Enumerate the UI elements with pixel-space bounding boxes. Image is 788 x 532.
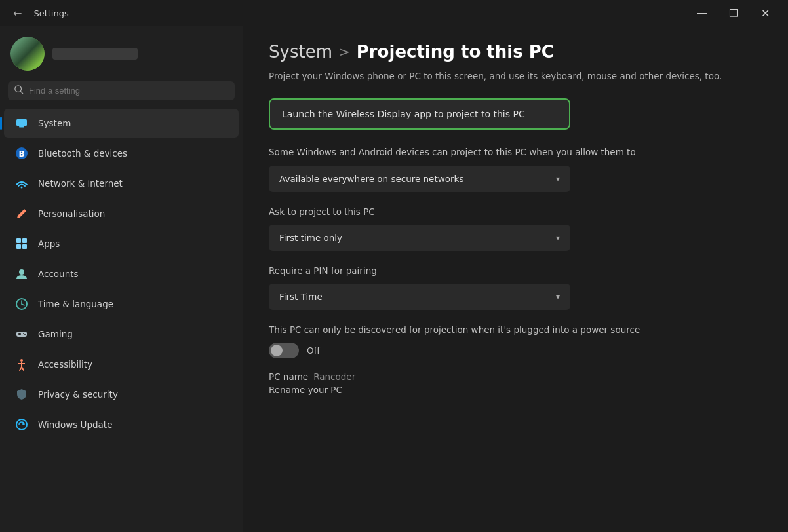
svg-rect-4 xyxy=(20,126,23,127)
svg-line-15 xyxy=(22,304,24,305)
discovery-toggle-row: Off xyxy=(269,343,762,358)
sidebar-item-gaming[interactable]: Gaming xyxy=(4,320,239,349)
pin-section-label: Require a PIN for pairing xyxy=(269,264,762,277)
svg-point-20 xyxy=(24,334,26,335)
app-body: System B Bluetooth & devices xyxy=(0,26,788,532)
allow-section-label: Some Windows and Android devices can pro… xyxy=(269,145,762,159)
bluetooth-icon: B xyxy=(14,146,29,161)
svg-text:B: B xyxy=(18,149,24,159)
maximize-button[interactable]: ❐ xyxy=(719,3,749,24)
discovery-toggle-label: Off xyxy=(307,345,320,356)
svg-rect-10 xyxy=(16,244,21,249)
sidebar-item-personalisation[interactable]: Personalisation xyxy=(4,199,239,228)
svg-line-25 xyxy=(22,367,24,370)
content-area: System > Projecting to this PC Project y… xyxy=(243,26,788,532)
svg-rect-16 xyxy=(16,332,27,337)
svg-point-12 xyxy=(19,269,24,275)
sidebar-label-bluetooth: Bluetooth & devices xyxy=(38,148,127,159)
ask-section: Ask to project to this PC First time onl… xyxy=(269,205,762,251)
ask-dropdown[interactable]: First time only ▾ xyxy=(269,225,570,251)
discovery-section-label: This PC can only be discovered for proje… xyxy=(269,323,762,336)
sidebar-item-apps[interactable]: Apps xyxy=(4,229,239,258)
sidebar-item-network[interactable]: Network & internet xyxy=(4,169,239,198)
pin-dropdown-arrow: ▾ xyxy=(556,292,560,301)
sidebar-item-privacy[interactable]: Privacy & security xyxy=(4,380,239,409)
accessibility-icon xyxy=(14,357,29,371)
breadcrumb: System > Projecting to this PC xyxy=(269,42,762,62)
title-bar-left: ← Settings xyxy=(8,5,69,22)
accounts-icon xyxy=(14,267,29,281)
svg-point-7 xyxy=(21,187,23,189)
ask-dropdown-arrow: ▾ xyxy=(556,233,560,242)
sidebar-label-time: Time & language xyxy=(38,299,113,309)
pin-section: Require a PIN for pairing First Time ▾ xyxy=(269,264,762,310)
update-icon xyxy=(14,417,29,432)
profile-section xyxy=(0,26,243,79)
svg-rect-2 xyxy=(16,119,27,126)
time-icon xyxy=(14,297,29,311)
pc-name-row: PC name Rancoder xyxy=(269,371,762,382)
minimize-button[interactable]: — xyxy=(687,3,717,24)
breadcrumb-parent: System xyxy=(269,42,332,62)
sidebar-label-personalisation: Personalisation xyxy=(38,208,105,219)
page-description: Project your Windows phone or PC to this… xyxy=(269,69,762,83)
svg-marker-27 xyxy=(22,423,24,425)
sidebar-label-gaming: Gaming xyxy=(38,329,73,339)
avatar-image xyxy=(10,37,45,71)
title-bar: ← Settings — ❐ ✕ xyxy=(0,0,788,26)
sidebar-item-system[interactable]: System xyxy=(4,109,239,138)
search-box[interactable] xyxy=(8,81,235,100)
sidebar-label-network: Network & internet xyxy=(38,178,123,189)
sidebar-item-bluetooth[interactable]: B Bluetooth & devices xyxy=(4,139,239,168)
personalisation-icon xyxy=(14,206,29,221)
ask-dropdown-value: First time only xyxy=(279,233,342,243)
profile-name xyxy=(52,48,138,60)
app-title: Settings xyxy=(33,9,68,18)
svg-rect-8 xyxy=(16,238,21,243)
sidebar-label-apps: Apps xyxy=(38,238,60,249)
svg-point-19 xyxy=(23,333,24,334)
sidebar-label-privacy: Privacy & security xyxy=(38,389,118,400)
sidebar-item-accounts[interactable]: Accounts xyxy=(4,259,239,288)
sidebar-item-time[interactable]: Time & language xyxy=(4,290,239,318)
discovery-toggle[interactable] xyxy=(269,343,299,358)
search-icon xyxy=(14,85,24,96)
svg-point-21 xyxy=(20,359,23,362)
sidebar-item-update[interactable]: Windows Update xyxy=(4,410,239,439)
allow-dropdown-value: Available everywhere on secure networks xyxy=(279,174,463,184)
gaming-icon xyxy=(14,327,29,341)
breadcrumb-current: Projecting to this PC xyxy=(357,42,554,62)
toggle-knob xyxy=(271,345,283,356)
sidebar-nav: System B Bluetooth & devices xyxy=(0,108,243,532)
allow-dropdown-arrow: ▾ xyxy=(556,174,560,183)
search-input[interactable] xyxy=(29,86,228,96)
pc-name-value: Rancoder xyxy=(313,371,355,382)
ask-section-label: Ask to project to this PC xyxy=(269,205,762,218)
close-button[interactable]: ✕ xyxy=(750,3,780,24)
rename-pc-link[interactable]: Rename your PC xyxy=(269,385,342,395)
sidebar-label-system: System xyxy=(38,118,71,128)
breadcrumb-separator: > xyxy=(339,44,350,60)
pc-name-section: PC name Rancoder Rename your PC xyxy=(269,371,762,395)
pc-name-key: PC name xyxy=(269,371,308,382)
sidebar-label-accessibility: Accessibility xyxy=(38,359,92,370)
avatar xyxy=(10,37,45,71)
back-button[interactable]: ← xyxy=(8,5,27,22)
apps-icon xyxy=(14,237,29,251)
pin-dropdown-value: First Time xyxy=(279,292,323,302)
pin-dropdown[interactable]: First Time ▾ xyxy=(269,284,570,310)
allow-section: Some Windows and Android devices can pro… xyxy=(269,145,762,191)
network-icon xyxy=(14,176,29,191)
svg-rect-9 xyxy=(22,238,27,243)
sidebar-label-accounts: Accounts xyxy=(38,269,79,279)
window-controls: — ❐ ✕ xyxy=(687,3,780,24)
sidebar-item-accessibility[interactable]: Accessibility xyxy=(4,350,239,379)
launch-wireless-display-button[interactable]: Launch the Wireless Display app to proje… xyxy=(269,98,570,130)
system-icon xyxy=(14,116,29,130)
sidebar: System B Bluetooth & devices xyxy=(0,26,243,532)
allow-dropdown[interactable]: Available everywhere on secure networks … xyxy=(269,166,570,192)
svg-point-26 xyxy=(16,419,27,430)
svg-rect-11 xyxy=(22,244,27,249)
discovery-section: This PC can only be discovered for proje… xyxy=(269,323,762,358)
sidebar-label-update: Windows Update xyxy=(38,419,112,430)
